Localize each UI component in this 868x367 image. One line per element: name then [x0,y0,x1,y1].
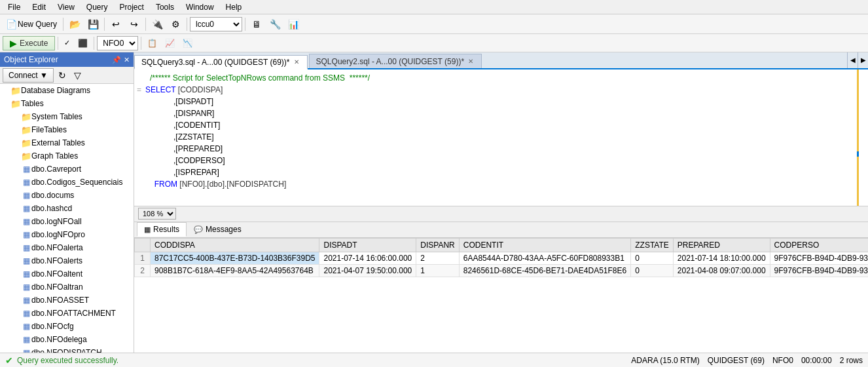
oe-item-codigos[interactable]: ▦ dbo.Codigos_Sequenciais [0,176,134,189]
oe-item-nfoalerta[interactable]: ▦ dbo.NFOalerta [0,241,134,254]
oe-item-docums[interactable]: ▦ dbo.docums [0,189,134,202]
row-num-2: 2 [135,264,151,277]
monitor-btn[interactable]: 🖥 [248,16,265,32]
oe-item-filetables[interactable]: 📁 FileTables [0,123,134,136]
zoom-select[interactable]: 108 % [138,208,176,220]
tab-scroll-arrows: ◀ ▶ [847,52,868,68]
oe-close-icon[interactable]: ✕ [124,56,130,64]
oe-connect-btn[interactable]: Connect ▼ [3,68,54,83]
oe-item-label: Database Diagrams [21,86,90,95]
tab-close-2[interactable]: ✕ [467,58,475,65]
oe-pin-icon[interactable]: 📌 [112,56,121,64]
tab-close-1[interactable]: ✕ [293,58,300,66]
results-tab-messages[interactable]: 💬 Messages [187,222,249,237]
col-header-rownum [135,238,151,252]
new-query-btn[interactable]: 📄 New Query [3,16,60,32]
cell-coddispa-1[interactable]: 87C17CC5-400B-437E-B73D-1403B36F39D5 [151,252,319,264]
disconnect-btn[interactable]: ⚙ [167,16,184,32]
menu-query[interactable]: Query [81,1,113,13]
oe-item-nfoattachment[interactable]: ▦ dbo.NFOATTACHMENT [0,307,134,320]
oe-item-lognfoall[interactable]: ▦ dbo.logNFOall [0,215,134,228]
results-area: ▦ Results 💬 Messages CODDISPA DISPADT [134,222,868,353]
status-left: ✔ Query executed successfully. [5,355,118,366]
right-panel: SQLQuery3.sql - A...00 (QUIDGEST (69))* … [134,52,868,353]
nfo0-dropdown[interactable]: NFO0 [97,36,138,50]
oe-item-cavreport[interactable]: ▦ dbo.Cavreport [0,163,134,176]
oe-item-label: dbo.NFOASSET [31,296,89,305]
oe-item-label: dbo.NFOdelega [31,335,87,344]
cell-prepared-2: 2021-04-08 09:07:00.000 [673,264,770,277]
oe-item-tables[interactable]: 📁 Tables [0,97,134,110]
db-dropdown[interactable]: lccu0 [190,17,242,31]
tab-scroll-right[interactable]: ▶ [858,52,868,68]
table-row[interactable]: 2 908B1B7C-618A-4EF9-8AA5-42A49563764B 2… [135,264,869,277]
oe-item-nfodispatch[interactable]: ▦ dbo.NFODISPATCH [0,346,134,353]
results-tab-results[interactable]: ▦ Results [137,222,187,237]
oe-item-external-tables[interactable]: 📁 External Tables [0,136,134,149]
tab-sqlquery2[interactable]: SQLQuery2.sql - A...00 (QUIDGEST (59))* … [309,54,482,68]
statistics-btn[interactable]: 📉 [179,35,196,51]
oe-item-label: dbo.docums [31,191,74,200]
cell-dispanr-2: 1 [416,264,459,277]
oe-item-label: Graph Tables [31,151,78,161]
menu-edit[interactable]: Edit [27,1,51,13]
oe-item-label: dbo.NFODISPATCH [31,348,102,353]
results-table: CODDISPA DISPADT DISPANR CODENTIT ZZSTAT… [134,238,868,277]
tab-scroll-left[interactable]: ◀ [847,52,858,68]
connect-label: Connect ▼ [9,71,48,80]
connect-btn[interactable]: 🔌 [149,16,166,32]
chart-btn[interactable]: 📊 [285,16,302,32]
menu-tools[interactable]: Tools [151,1,179,13]
status-right: ADARA (15.0 RTM) QUIDGEST (69) NFO0 00:0… [631,356,863,365]
include-plan-btn[interactable]: 📈 [162,35,178,51]
oe-item-nfoasset[interactable]: ▦ dbo.NFOASSET [0,294,134,307]
oe-filter-btn[interactable]: ▽ [71,68,84,83]
oe-item-nfoaltran[interactable]: ▦ dbo.NFOaltran [0,280,134,294]
open-btn[interactable]: 📂 [66,16,83,32]
show-plan-btn[interactable]: 📋 [144,35,160,51]
data-table-container[interactable]: CODDISPA DISPADT DISPANR CODENTIT ZZSTAT… [134,238,868,353]
oe-item-nfodelega[interactable]: ▦ dbo.NFOdelega [0,333,134,346]
oe-item-label: Tables [21,99,44,108]
menu-project[interactable]: Project [115,1,149,13]
status-message: Query executed successfully. [17,356,118,365]
folder-icon: 📁 [21,111,31,122]
oe-refresh-btn[interactable]: ↻ [55,68,69,83]
code-text: ,[CODPERSO] [137,155,865,166]
wrench-btn[interactable]: 🔧 [266,16,283,32]
table-icon: ▦ [21,334,31,345]
tab-sqlquery3[interactable]: SQLQuery3.sql - A...00 (QUIDGEST (69))* … [134,55,308,69]
menu-window[interactable]: Window [181,1,219,13]
cancel-query-btn[interactable]: ⬛ [75,35,91,51]
oe-item-nfoalerts[interactable]: ▦ dbo.NFOalerts [0,254,134,267]
cell-prepared-1: 2021-07-14 18:10:00.000 [673,252,770,264]
oe-item-nfoaltent[interactable]: ▦ dbo.NFOaltent [0,267,134,280]
cell-dispadt-1: 2021-07-14 16:06:00.000 [319,252,416,264]
menu-help[interactable]: Help [221,1,247,13]
oe-item-system-tables[interactable]: 📁 System Tables [0,110,134,123]
oe-item-hashcd[interactable]: ▦ dbo.hashcd [0,202,134,215]
oe-item-label: FileTables [31,125,67,134]
code-editor[interactable]: /****** Script for SelectTopNRows comman… [134,69,868,206]
menu-file[interactable]: File [3,1,26,13]
chart-icon: 📊 [288,19,298,29]
execute-button[interactable]: ▶ Execute [3,36,55,50]
parse-icon: ✓ [64,39,70,47]
undo-btn[interactable]: ↩ [107,16,124,32]
oe-item-database-diagrams[interactable]: 📁 Database Diagrams [0,84,134,97]
save-btn[interactable]: 💾 [84,16,101,32]
parse-btn[interactable]: ✓ [61,35,73,51]
monitor-icon: 🖥 [251,19,262,29]
code-text: FROM [NFO0].[dbo].[NFODISPATCH] [137,178,865,190]
oe-tree: 📁 Database Diagrams 📁 Tables 📁 System Ta… [0,84,134,353]
execute-label: Execute [20,39,48,48]
code-line-4: ,[DISPANR] [137,107,865,119]
menu-view[interactable]: View [52,1,80,13]
oe-item-lognfopro[interactable]: ▦ dbo.logNFOpro [0,228,134,241]
redo-btn[interactable]: ↪ [126,16,143,32]
table-row[interactable]: 1 87C17CC5-400B-437E-B73D-1403B36F39D5 2… [135,252,869,264]
oe-item-nfocfg[interactable]: ▦ dbo.NFOcfg [0,320,134,333]
oe-item-graph-tables[interactable]: 📁 Graph Tables [0,149,134,163]
cell-coddispa-2[interactable]: 908B1B7C-618A-4EF9-8AA5-42A49563764B [151,264,319,277]
table-icon: ▦ [21,282,31,292]
